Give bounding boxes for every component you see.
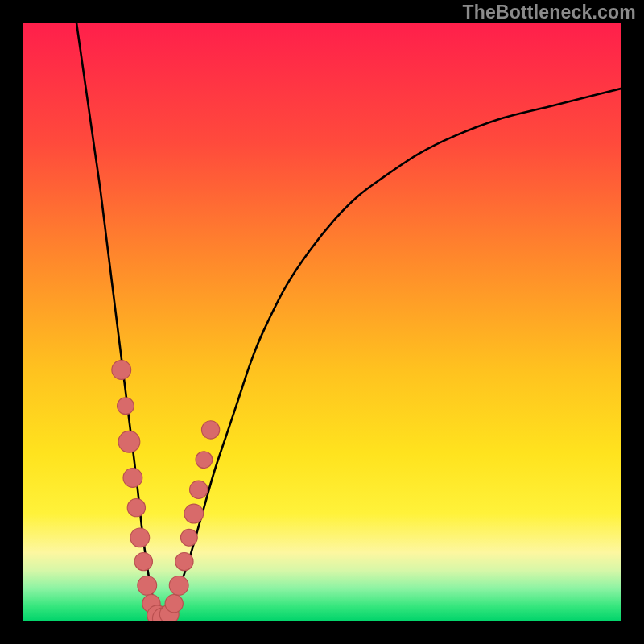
chart-frame: TheBottleneck.com	[0, 0, 644, 644]
curve-layer	[23, 23, 621, 621]
bottleneck-curve	[76, 23, 621, 620]
curve-marker	[184, 504, 204, 523]
curve-marker	[180, 529, 197, 546]
curve-marker	[134, 552, 152, 570]
curve-marker	[138, 576, 157, 595]
curve-marker	[112, 361, 131, 380]
curve-marker	[196, 452, 213, 469]
curve-marker	[118, 431, 140, 452]
curve-marker	[190, 481, 208, 498]
curve-marker	[123, 469, 142, 488]
curve-marker	[130, 528, 150, 547]
plot-area	[23, 23, 621, 621]
curve-marker	[118, 398, 134, 415]
curve-marker	[169, 576, 188, 595]
curve-marker	[201, 421, 219, 439]
curve-marker	[165, 595, 183, 613]
marker-group	[112, 361, 220, 621]
curve-marker	[175, 552, 193, 570]
curve-marker	[127, 498, 145, 516]
watermark: TheBottleneck.com	[462, 2, 636, 23]
